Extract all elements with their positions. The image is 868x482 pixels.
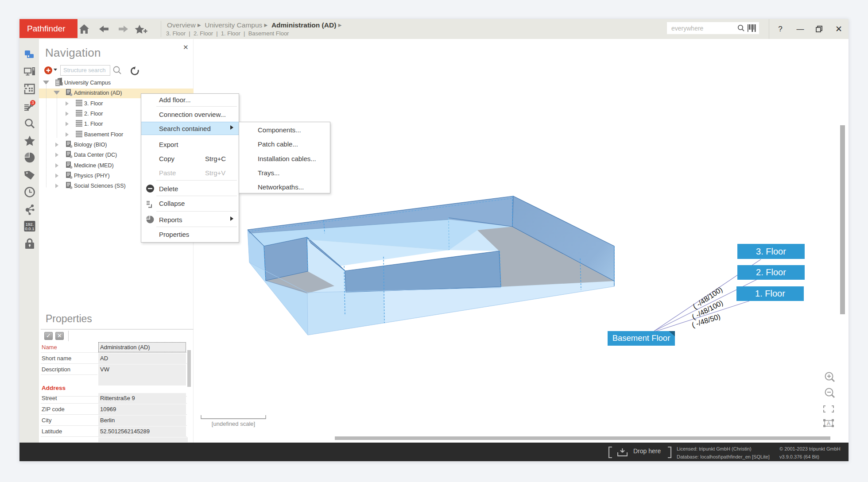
svg-text:A: A [827, 420, 830, 427]
svg-text:2. Floor: 2. Floor [756, 267, 786, 277]
svg-text:1. Floor: 1. Floor [755, 289, 785, 298]
svg-text:3. Floor: 3. Floor [756, 247, 786, 256]
svg-text:Basement Floor: Basement Floor [612, 333, 670, 343]
svg-text:0.0.1: 0.0.1 [25, 226, 34, 231]
svg-text:[undefined scale]: [undefined scale] [212, 420, 255, 427]
svg-text:3: 3 [31, 100, 34, 105]
